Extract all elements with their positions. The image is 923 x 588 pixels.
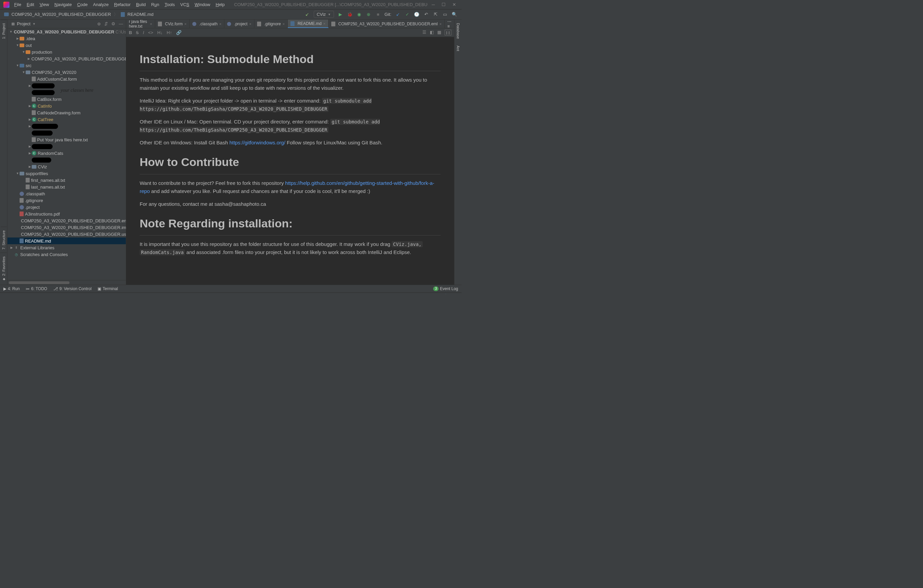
tool-database-tab[interactable]: Database — [455, 20, 461, 42]
editor-tab[interactable]: r java files here.txt× — [126, 20, 155, 28]
close-tab-icon[interactable]: × — [184, 22, 186, 26]
ide-settings-icon[interactable]: ▭ — [442, 11, 448, 18]
menu-run[interactable]: Run — [148, 1, 162, 8]
close-icon[interactable]: ✕ — [452, 2, 456, 7]
heading-dec-button[interactable]: H↓ — [157, 30, 163, 35]
close-tab-icon[interactable]: × — [150, 22, 152, 26]
markdown-preview[interactable]: Installation: Submodule Method This meth… — [126, 37, 454, 285]
tree-item[interactable]: production — [32, 49, 52, 55]
tree-item[interactable]: RandomCats — [38, 151, 63, 156]
editor-tab[interactable]: CViz.form× — [155, 20, 190, 28]
close-tab-icon[interactable]: × — [440, 22, 442, 26]
tree-item[interactable]: CatNodeDrawing.form — [37, 110, 80, 115]
event-log-button[interactable]: 3 Event Log — [433, 286, 458, 291]
tree-item[interactable]: CViz — [38, 164, 47, 169]
tree-root[interactable]: COMP250_A3_W2020_PUBLISHED_DEBUGGER — [14, 30, 114, 34]
tree-item[interactable]: supportfiles — [26, 171, 48, 176]
menu-tools[interactable]: Tools — [162, 1, 177, 8]
tree-item[interactable]: .gitignore — [25, 198, 43, 203]
menu-build[interactable]: Build — [133, 1, 148, 8]
menu-analyze[interactable]: Analyze — [90, 1, 111, 8]
tree-item[interactable]: CatInfo — [38, 103, 52, 108]
tool-run-button[interactable]: ▶ 4: Run — [3, 286, 20, 291]
search-everywhere-icon[interactable]: 🔍 — [452, 11, 457, 18]
run-config-selector[interactable]: CViz▼ — [314, 11, 334, 18]
tool-terminal-button[interactable]: ▣ Terminal — [97, 286, 118, 291]
hide-icon[interactable]: — — [119, 21, 123, 26]
tree-item[interactable]: Scratches and Consoles — [20, 252, 68, 257]
tree-item[interactable]: last_names.all.txt — [31, 184, 65, 190]
settings-icon[interactable]: ⚙ — [111, 21, 115, 26]
tree-item[interactable]: AddCustomCat.form — [37, 77, 77, 82]
close-tab-icon[interactable]: × — [323, 21, 325, 26]
breadcrumb-file[interactable]: README.md — [119, 11, 156, 18]
preview-only-icon[interactable]: ▦ — [437, 30, 441, 35]
minimize-icon[interactable]: ─ — [432, 2, 435, 7]
view-mode-icon[interactable]: ⫿⫿ — [445, 30, 452, 35]
tree-item[interactable]: COMP250_A3_W2020_PUBLISHED_DEBUGGER.iml — [21, 225, 126, 230]
code-button[interactable]: <> — [148, 30, 153, 35]
link-button[interactable]: 🔗 — [176, 30, 182, 35]
italic-button[interactable]: I — [143, 30, 144, 35]
tree-item[interactable]: first_names.all.txt — [31, 178, 65, 183]
tree-item[interactable]: COMP250_A3_W2020 — [32, 70, 76, 75]
editor-tab[interactable]: .project× — [224, 20, 255, 28]
git-rollback-icon[interactable]: ↶ — [423, 11, 429, 18]
menu-window[interactable]: Window — [192, 1, 213, 8]
menu-help[interactable]: Help — [213, 1, 227, 8]
tool-favorites-tab[interactable]: ★ 2: Favorites — [0, 253, 7, 285]
editor-tab[interactable]: .classpath× — [190, 20, 224, 28]
git-push-icon[interactable]: ⇱ — [432, 11, 439, 18]
editor-only-icon[interactable]: ☰ — [422, 30, 426, 35]
tree-item[interactable]: CatBox.form — [37, 97, 61, 102]
tree-item[interactable]: COMP250_A3_W2020_PUBLISHED_DEBUGGER — [31, 56, 126, 61]
close-tab-icon[interactable]: × — [249, 22, 251, 26]
git-pull-icon[interactable]: ↙ — [395, 11, 401, 18]
tree-item[interactable]: src — [26, 63, 31, 68]
menu-refactor[interactable]: Refactor — [111, 1, 133, 8]
coverage-icon[interactable]: ◉ — [356, 11, 362, 18]
stop-icon[interactable]: ■ — [375, 11, 381, 18]
git-history-icon[interactable]: 🕐 — [414, 11, 420, 18]
tool-vcs-button[interactable]: ⎇ 9: Version Control — [53, 286, 92, 291]
tree-item[interactable]: COMP250_A3_W2020_PUBLISHED_DEBUGGER.user… — [21, 232, 126, 237]
profiler-icon[interactable]: ⊕ — [366, 11, 372, 18]
tree-item[interactable]: A3instructions.pdf — [25, 212, 60, 217]
tool-todo-button[interactable]: ≔ 6: TODO — [26, 286, 47, 291]
menu-file[interactable]: File — [11, 1, 24, 8]
chevron-down-icon[interactable]: ▼ — [32, 22, 35, 26]
tab-list-icon[interactable]: ⋯≡ — [445, 20, 454, 28]
menu-navigate[interactable]: Navigate — [52, 1, 74, 8]
close-tab-icon[interactable]: × — [283, 22, 285, 26]
project-tree[interactable]: ▼COMP250_A3_W2020_PUBLISHED_DEBUGGER C:\… — [7, 28, 126, 280]
project-view-label[interactable]: Project — [17, 21, 30, 26]
link[interactable]: https://gitforwindows.org/ — [229, 140, 286, 145]
locate-icon[interactable]: ⊕ — [97, 21, 101, 26]
tree-item-selected[interactable]: README.md — [7, 238, 126, 244]
close-tab-icon[interactable]: × — [219, 22, 221, 26]
editor-tab-active[interactable]: README.md× — [288, 20, 328, 28]
heading-inc-button[interactable]: H↑ — [167, 30, 172, 35]
tree-item[interactable]: COMP250_A3_W2020_PUBLISHED_DEBUGGER.eml — [21, 218, 126, 223]
tree-item[interactable]: CatTree — [38, 117, 53, 122]
tree-item[interactable]: Put Your java files here.txt — [37, 137, 88, 142]
menu-view[interactable]: View — [37, 1, 52, 8]
git-commit-icon[interactable]: ✓ — [404, 11, 410, 18]
tree-item[interactable]: External Libraries — [20, 245, 54, 250]
vcs-update-icon[interactable]: ↙ — [304, 11, 310, 18]
strikethrough-button[interactable]: S̶ — [136, 30, 139, 35]
horizontal-scrollbar[interactable] — [7, 280, 126, 285]
tool-ant-tab[interactable]: Ant — [455, 42, 461, 55]
tree-item[interactable]: out — [26, 43, 32, 48]
debug-icon[interactable]: 🐞 — [347, 11, 353, 18]
breadcrumb-root[interactable]: COMP250_A3_W2020_PUBLISHED_DEBUGGER — [2, 11, 113, 18]
tool-project-tab[interactable]: 1: Project — [1, 20, 7, 42]
editor-tab[interactable]: .gitignore× — [255, 20, 288, 28]
tool-structure-tab[interactable]: 7: Structure — [1, 227, 7, 253]
collapse-icon[interactable]: ⇵ — [104, 21, 108, 26]
menu-vcs[interactable]: VCS — [177, 1, 192, 8]
bold-button[interactable]: B — [129, 30, 132, 35]
editor-tab[interactable]: COMP250_A3_W2020_PUBLISHED_DEBUGGER.eml× — [328, 20, 445, 28]
menu-edit[interactable]: Edit — [24, 1, 37, 8]
tree-item[interactable]: .classpath — [25, 191, 45, 196]
